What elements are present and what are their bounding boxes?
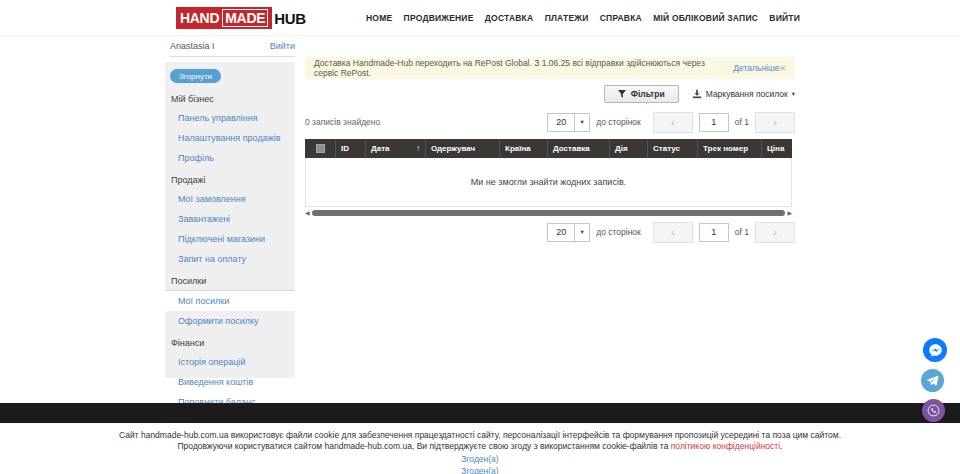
viber-chat-button[interactable]	[922, 399, 945, 422]
sidebar-item-sales-settings[interactable]: Налаштування продажів	[165, 128, 295, 148]
scroll-left-icon[interactable]: ◀	[305, 210, 310, 216]
sidebar-item-withdraw-funds[interactable]: Виведення коштів	[165, 372, 295, 392]
per-page-label: до сторінок	[596, 117, 641, 127]
messenger-icon	[928, 343, 943, 358]
column-header-id[interactable]: ID	[335, 139, 365, 158]
page-size-value: 20	[548, 224, 574, 241]
top-header: HAND MADE HUB HOME ПРОДВИЖЕНИЕ ДОСТАВКА …	[0, 0, 960, 36]
per-page-label: до сторінок	[596, 227, 641, 237]
sidebar-item-create-parcel[interactable]: Оформити посилку	[165, 311, 295, 331]
banner-details-link[interactable]: Детальніше	[733, 63, 779, 73]
chevron-down-icon: ▾	[792, 90, 795, 98]
column-header-delivery[interactable]: Доставка	[547, 139, 609, 158]
column-header-date-label: Дата	[371, 144, 390, 153]
logo-hand: HAND	[180, 10, 219, 26]
logo-red-box: HAND MADE	[176, 7, 272, 29]
page: HAND MADE HUB HOME ПРОДВИЖЕНИЕ ДОСТАВКА …	[0, 0, 960, 474]
funnel-icon	[618, 90, 626, 98]
scroll-right-icon[interactable]: ▶	[787, 210, 792, 216]
horizontal-scrollbar: ◀ ▶	[305, 208, 792, 218]
notification-banner: Доставка Handmade-Hub переходить на RePo…	[305, 57, 795, 79]
banner-close-icon[interactable]: ×	[780, 62, 786, 74]
chevron-down-icon: ▾	[581, 118, 584, 126]
column-header-track-number[interactable]: Трек номер	[697, 139, 761, 158]
sidebar-item-connected-shops[interactable]: Підключені магазини	[165, 229, 295, 249]
telegram-chat-button[interactable]	[921, 369, 944, 392]
select-all-checkbox[interactable]	[316, 144, 325, 153]
viber-icon	[927, 404, 940, 417]
column-header-action[interactable]: Дія	[609, 139, 647, 158]
table-empty-state: Ми не змогли знайти жодних записів.	[305, 158, 792, 207]
prev-page-button[interactable]: ‹	[653, 112, 693, 133]
page-of-label: of 1	[735, 227, 749, 237]
user-name: Anastasia I	[170, 41, 215, 51]
nav-item-delivery[interactable]: ДОСТАВКА	[485, 13, 533, 23]
handmade-hub-logo[interactable]: HAND MADE HUB	[176, 7, 306, 29]
page-size-select[interactable]: 20 ▾	[547, 113, 590, 132]
prev-page-button[interactable]: ‹	[653, 222, 693, 243]
filters-button[interactable]: Фільтри	[604, 85, 679, 103]
agree-link[interactable]: Згоден(а)	[0, 454, 960, 465]
pagination-controls-top: 20 ▾ до сторінок ‹ of 1 ›	[547, 112, 795, 133]
download-tray-icon	[692, 89, 702, 99]
footer-band	[0, 403, 960, 423]
sidebar-section-parcels: Посилки	[165, 269, 295, 290]
messenger-chat-button[interactable]	[923, 338, 947, 362]
scrollbar-thumb[interactable]	[312, 210, 786, 216]
sidebar-item-control-panel[interactable]: Панель управління	[165, 108, 295, 128]
nav-item-my-account[interactable]: МІЙ ОБЛІКОВИЙ ЗАПИС	[653, 13, 758, 23]
nav-item-home[interactable]: HOME	[366, 13, 392, 23]
pagination-bottom: 20 ▾ до сторінок ‹ of 1 ›	[305, 221, 795, 243]
page-size-select[interactable]: 20 ▾	[547, 223, 590, 242]
sort-asc-icon[interactable]: ↑	[416, 144, 420, 153]
logo-hub: HUB	[274, 10, 306, 27]
sidebar-item-operations-history[interactable]: Історія операцій	[165, 352, 295, 372]
main-nav: HOME ПРОДВИЖЕНИЕ ДОСТАВКА ПЛАТЕЖИ СПРАВК…	[366, 0, 800, 36]
page-of-label: of 1	[735, 117, 749, 127]
column-header-status[interactable]: Статус	[647, 139, 697, 158]
parcels-table: ID Дата ↑ Одержувач Країна Доставка Дія …	[305, 139, 792, 207]
sidebar-item-profile[interactable]: Профіль	[165, 148, 295, 168]
sidebar-item-uploaded[interactable]: Завантажені	[165, 209, 295, 229]
nav-item-promotion[interactable]: ПРОДВИЖЕНИЕ	[404, 13, 474, 23]
column-header-country[interactable]: Країна	[499, 139, 547, 158]
sidebar-item-my-parcels[interactable]: Мої посилки	[165, 290, 295, 311]
nav-item-logout[interactable]: ВИЙТИ	[769, 13, 800, 23]
cookie-notice-line2: Продовжуючи користуватися сайтом handmad…	[0, 441, 960, 452]
cookie-notice-line2-suffix: .	[780, 441, 782, 451]
parcel-marking-label: Маркування посилок	[706, 89, 788, 99]
toolbar: Фільтри Маркування посилок ▾	[305, 84, 795, 104]
column-header-recipient[interactable]: Одержувач	[425, 139, 499, 158]
chevron-down-icon: ▾	[581, 228, 584, 236]
next-page-button[interactable]: ›	[755, 112, 795, 133]
scrollbar-track[interactable]	[312, 210, 786, 216]
sidebar-section-sales: Продажі	[165, 168, 295, 189]
table-header-row: ID Дата ↑ Одержувач Країна Доставка Дія …	[305, 139, 792, 158]
sidebar-item-my-orders[interactable]: Мої замовлення	[165, 189, 295, 209]
page-number-input[interactable]	[699, 113, 729, 132]
next-page-button[interactable]: ›	[755, 222, 795, 243]
nav-item-payments[interactable]: ПЛАТЕЖИ	[545, 13, 589, 23]
logo-made: MADE	[222, 9, 268, 27]
privacy-policy-link[interactable]: політикою конфіденційності	[671, 441, 780, 451]
footer: Сайт handmade-hub.com.ua використовує фа…	[0, 430, 960, 474]
telegram-icon	[926, 374, 939, 387]
collapse-sidebar-button[interactable]: Згорнути	[170, 69, 221, 83]
banner-text: Доставка Handmade-Hub переходить на RePo…	[314, 58, 730, 78]
page-size-value: 20	[548, 114, 574, 131]
column-header-price[interactable]: Ціна	[761, 139, 792, 158]
column-header-date[interactable]: Дата ↑	[365, 139, 425, 158]
page-number-input[interactable]	[699, 223, 729, 242]
filters-button-label: Фільтри	[631, 89, 665, 99]
sidebar-item-payment-request[interactable]: Запит на оплату	[165, 249, 295, 269]
sidebar-section-my-business: Мій бізнес	[165, 87, 295, 108]
sidebar-section-finance: Фінанси	[165, 331, 295, 352]
cookie-notice-line2-text: Продовжуючи користуватися сайтом handmad…	[178, 441, 671, 451]
agree-link[interactable]: Згоден(а)	[0, 466, 960, 474]
user-bar: Anastasia I Вийти	[170, 41, 295, 57]
nav-item-help[interactable]: СПРАВКА	[600, 13, 642, 23]
pagination-controls-bottom: 20 ▾ до сторінок ‹ of 1 ›	[547, 222, 795, 243]
sidebar: Згорнути Мій бізнес Панель управління На…	[165, 62, 295, 378]
logout-link[interactable]: Вийти	[270, 41, 295, 51]
parcel-marking-button[interactable]: Маркування посилок ▾	[692, 89, 795, 99]
